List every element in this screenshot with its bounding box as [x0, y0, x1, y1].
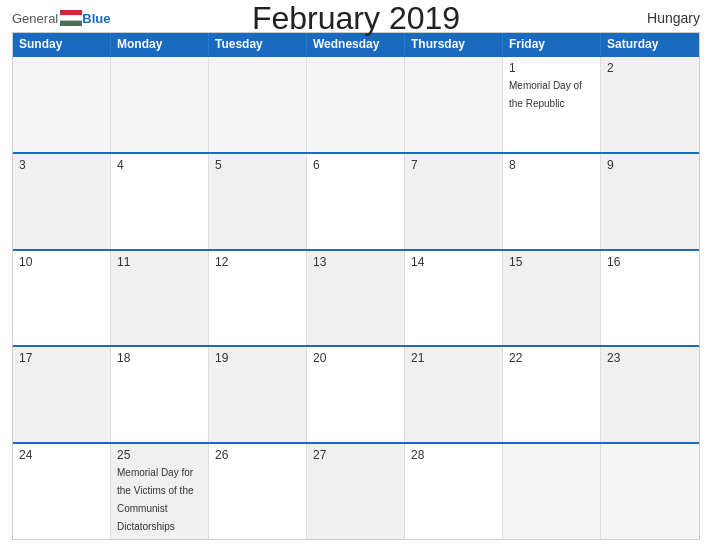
cal-cell-feb7: 7	[405, 154, 503, 249]
cal-cell-feb3: 3	[13, 154, 111, 249]
cal-cell-feb13: 13	[307, 251, 405, 346]
cal-cell-feb19: 19	[209, 347, 307, 442]
cal-cell-feb16: 16	[601, 251, 699, 346]
cal-cell-feb15: 15	[503, 251, 601, 346]
page-title: February 2019	[252, 0, 460, 37]
logo-blue: Blue	[82, 11, 110, 26]
cal-cell-feb9: 9	[601, 154, 699, 249]
col-monday: Monday	[111, 33, 209, 55]
svg-rect-2	[60, 21, 82, 26]
cal-cell-feb17: 17	[13, 347, 111, 442]
cal-cell-empty	[503, 444, 601, 539]
header: General Blue February 2019 Hungary	[12, 10, 700, 26]
col-saturday: Saturday	[601, 33, 699, 55]
calendar-body: 1 Memorial Day of the Republic 2 3 4 5	[13, 55, 699, 539]
cal-cell-feb4: 4	[111, 154, 209, 249]
cal-cell-feb2: 2	[601, 57, 699, 152]
cal-cell	[307, 57, 405, 152]
col-sunday: Sunday	[13, 33, 111, 55]
country-label: Hungary	[647, 10, 700, 26]
week-5: 24 25 Memorial Day for the Victims of th…	[13, 442, 699, 539]
cal-cell	[209, 57, 307, 152]
cal-cell-feb26: 26	[209, 444, 307, 539]
col-friday: Friday	[503, 33, 601, 55]
cal-cell-feb6: 6	[307, 154, 405, 249]
cal-cell-feb8: 8	[503, 154, 601, 249]
logo: General Blue	[12, 10, 110, 26]
cal-cell	[405, 57, 503, 152]
cal-cell-feb28: 28	[405, 444, 503, 539]
cal-cell-feb12: 12	[209, 251, 307, 346]
cal-cell-feb24: 24	[13, 444, 111, 539]
cal-cell-feb11: 11	[111, 251, 209, 346]
cal-cell-feb20: 20	[307, 347, 405, 442]
cal-cell-feb27: 27	[307, 444, 405, 539]
cal-cell-feb18: 18	[111, 347, 209, 442]
week-1: 1 Memorial Day of the Republic 2	[13, 55, 699, 152]
cal-cell	[111, 57, 209, 152]
cal-cell	[13, 57, 111, 152]
cal-cell-feb25: 25 Memorial Day for the Victims of the C…	[111, 444, 209, 539]
cal-cell-feb21: 21	[405, 347, 503, 442]
week-2: 3 4 5 6 7 8 9	[13, 152, 699, 249]
calendar-grid: Sunday Monday Tuesday Wednesday Thursday…	[12, 32, 700, 540]
cal-cell-feb5: 5	[209, 154, 307, 249]
cal-cell-feb1: 1 Memorial Day of the Republic	[503, 57, 601, 152]
cal-cell-feb23: 23	[601, 347, 699, 442]
calendar-page: General Blue February 2019 Hungary Sunda…	[0, 0, 712, 550]
week-3: 10 11 12 13 14 15 16	[13, 249, 699, 346]
cal-cell-feb22: 22	[503, 347, 601, 442]
svg-rect-0	[60, 10, 82, 15]
cal-cell-feb10: 10	[13, 251, 111, 346]
logo-general: General	[12, 11, 58, 26]
logo-flag-icon	[60, 10, 82, 26]
week-4: 17 18 19 20 21 22 23	[13, 345, 699, 442]
svg-rect-1	[60, 15, 82, 20]
cal-cell-feb14: 14	[405, 251, 503, 346]
cal-cell-empty	[601, 444, 699, 539]
